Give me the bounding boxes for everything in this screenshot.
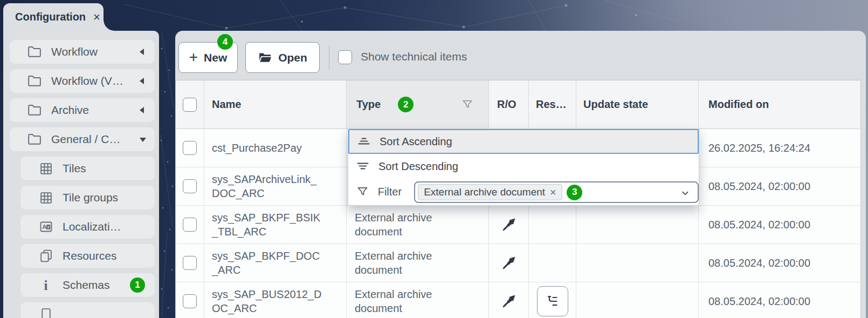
chevron-down-icon[interactable] xyxy=(679,187,691,199)
column-header-type[interactable]: Type 2 xyxy=(347,80,489,128)
type-column-menu: Sort Ascending Sort Descending Filter Ex… xyxy=(348,128,699,206)
filter-token: External archive document × xyxy=(418,184,562,200)
column-header-ro[interactable]: R/O xyxy=(489,80,529,128)
sidebar-item-label: Schemas xyxy=(63,279,110,292)
type-cell: External archive document xyxy=(347,206,489,243)
copy-icon xyxy=(38,249,53,263)
column-header-name[interactable]: Name xyxy=(204,80,347,128)
modified-on-cell: 08.05.2024, 02:00:00 xyxy=(699,282,860,318)
modified-on-cell: 08.05.2024, 02:00:00 xyxy=(699,167,860,205)
modified-on-cell: 08.05.2024, 02:00:00 xyxy=(699,244,860,282)
sidebar-item-tiles[interactable]: Tiles xyxy=(20,157,155,180)
row-checkbox[interactable] xyxy=(183,141,197,155)
token-remove-icon[interactable]: × xyxy=(550,187,556,198)
row-checkbox[interactable] xyxy=(183,256,197,270)
column-header-modified-on[interactable]: Modified on xyxy=(699,80,860,128)
filter-token-label: External archive document xyxy=(424,186,545,198)
checkbox-cell xyxy=(176,282,204,318)
sort-descending-icon xyxy=(356,160,370,172)
update-state-cell xyxy=(576,206,699,243)
configuration-tab[interactable]: Configuration × xyxy=(3,3,104,31)
folder-icon xyxy=(27,132,42,146)
modified-on-cell: 08.05.2024, 02:00:00 xyxy=(699,206,860,243)
table-row[interactable]: sys_SAP_BKPF_BSIK_TBL_ARC External archi… xyxy=(176,206,860,244)
table-row[interactable]: sys_SAP_BUS2012_DOC_ARC External archive… xyxy=(176,282,860,318)
translate-icon: Az xyxy=(38,220,53,234)
menu-item-label: Sort Ascending xyxy=(380,136,452,148)
resource-tree-button[interactable] xyxy=(537,286,568,316)
update-state-cell xyxy=(576,244,699,282)
column-label: Type xyxy=(356,98,381,111)
tab-title: Configuration xyxy=(15,11,86,23)
menu-item-sort-ascending[interactable]: Sort Ascending xyxy=(348,129,699,154)
sidebar-item-label: Resources xyxy=(63,249,116,262)
screen: Configuration × Workflow Workflow (V… Ar… xyxy=(0,0,868,318)
show-technical-checkbox[interactable] xyxy=(338,50,352,64)
sort-ascending-icon xyxy=(357,136,371,147)
new-button-badge: 4 xyxy=(217,34,233,50)
column-header-res[interactable]: Res… xyxy=(529,80,576,128)
sidebar-item-partial[interactable] xyxy=(20,302,155,318)
column-header-update-state[interactable]: Update state xyxy=(576,80,699,128)
table-row[interactable]: sys_SAP_BKPF_DOC_ARC External archive do… xyxy=(176,244,860,282)
sidebar-item-workflow[interactable]: Workflow xyxy=(10,40,155,64)
folder-icon xyxy=(27,103,42,117)
schemas-badge: 1 xyxy=(130,278,145,293)
name-cell: sys_SAP_BKPF_BSIK_TBL_ARC xyxy=(204,206,347,243)
name-cell: sys_SAP_BKPF_DOC_ARC xyxy=(204,244,347,282)
row-checkbox[interactable] xyxy=(183,294,197,308)
type-cell: External archive document xyxy=(347,282,489,318)
sidebar: Workflow Workflow (V… Archive General / … xyxy=(3,31,159,318)
column-label: Name xyxy=(212,98,241,111)
menu-item-label: Sort Descending xyxy=(378,160,458,173)
column-label: Res… xyxy=(536,98,567,111)
name-cell: sys_SAP_BUS2012_DOC_ARC xyxy=(204,282,347,318)
sidebar-item-archive[interactable]: Archive xyxy=(10,98,155,122)
filter-funnel-icon xyxy=(356,186,370,198)
column-label: Modified on xyxy=(708,98,769,111)
checkbox-cell xyxy=(176,167,204,205)
sidebar-item-tile-groups[interactable]: Tile groups xyxy=(20,186,155,209)
collapse-chevron-icon[interactable] xyxy=(140,107,144,113)
checkbox-cell xyxy=(176,129,204,167)
sidebar-item-label: Tiles xyxy=(63,162,86,175)
filter-combobox[interactable]: External archive document × 3 xyxy=(414,181,699,203)
sidebar-item-label: General / C… xyxy=(51,133,120,146)
pin-off-icon xyxy=(501,216,517,233)
select-all-checkbox[interactable] xyxy=(183,98,197,112)
pin-off-icon xyxy=(501,293,517,309)
filter-funnel-icon[interactable] xyxy=(461,99,473,111)
menu-item-filter: Filter External archive document × 3 xyxy=(348,179,699,205)
type-cell: External archive document xyxy=(347,244,489,282)
column-label: R/O xyxy=(497,98,516,111)
ro-cell xyxy=(489,244,529,282)
sidebar-item-label: Localizati… xyxy=(63,220,121,233)
sidebar-item-schemas[interactable]: i Schemas 1 xyxy=(20,273,155,297)
collapse-chevron-icon[interactable] xyxy=(140,49,144,55)
row-checkbox[interactable] xyxy=(183,218,197,232)
sidebar-item-resources[interactable]: Resources xyxy=(20,244,155,268)
svg-text:A: A xyxy=(42,224,46,230)
name-cell: cst_Purchase2Pay xyxy=(204,129,347,167)
collapse-chevron-icon[interactable] xyxy=(140,78,144,84)
ro-cell xyxy=(489,206,529,243)
table-header-row: Name Type 2 R/O Res… Update state xyxy=(176,80,860,129)
toolbar: + New 4 Open Show technical items xyxy=(175,31,866,80)
toolbar-divider xyxy=(329,45,329,70)
header-checkbox-cell xyxy=(176,80,204,128)
filter-badge: 3 xyxy=(567,185,582,200)
menu-item-sort-descending[interactable]: Sort Descending xyxy=(348,154,699,179)
row-checkbox[interactable] xyxy=(183,179,197,193)
res-cell xyxy=(529,282,576,318)
document-icon xyxy=(38,307,53,318)
res-cell xyxy=(529,244,576,282)
expand-chevron-icon[interactable] xyxy=(140,138,146,142)
info-icon: i xyxy=(38,278,53,292)
sidebar-item-general[interactable]: General / C… xyxy=(10,127,155,151)
tab-close-icon[interactable]: × xyxy=(93,11,100,23)
sidebar-item-workflow-v[interactable]: Workflow (V… xyxy=(10,69,155,93)
open-button-label: Open xyxy=(278,51,307,64)
sidebar-item-localization[interactable]: Az Localizati… xyxy=(20,215,155,239)
pin-off-icon xyxy=(501,255,517,271)
open-button[interactable]: Open xyxy=(245,42,320,73)
